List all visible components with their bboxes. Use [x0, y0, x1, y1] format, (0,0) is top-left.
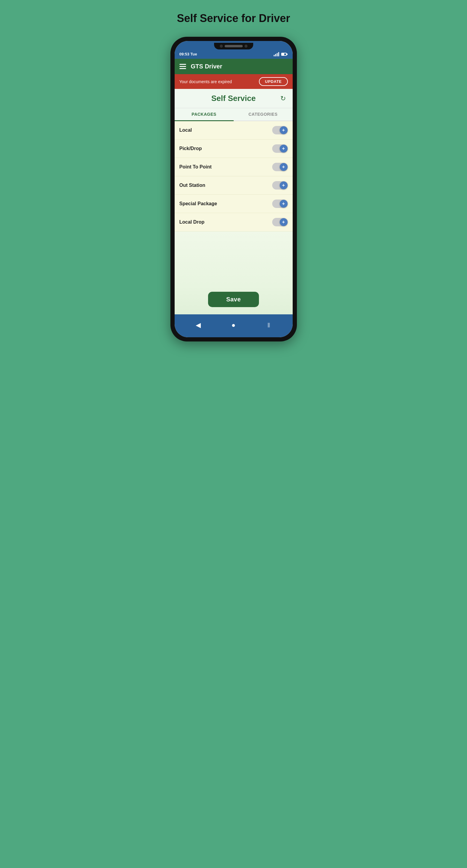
toggle-track-local[interactable]: +: [272, 126, 288, 134]
alert-message: Your documents are expired: [179, 79, 232, 84]
list-item: Point To Point +: [175, 158, 293, 176]
toggle-track-localdrop[interactable]: +: [272, 218, 288, 226]
recents-button[interactable]: ⦀: [263, 319, 275, 331]
toggle-knob-localdrop: +: [280, 218, 288, 226]
hamburger-menu[interactable]: [179, 64, 186, 69]
toggle-ptp[interactable]: +: [272, 163, 288, 171]
back-button[interactable]: ◀: [192, 319, 204, 331]
toggle-track-ptp[interactable]: +: [272, 163, 288, 171]
tab-packages[interactable]: PACKAGES: [175, 108, 234, 121]
notch-row: [175, 41, 293, 50]
package-label-localdrop: Local Drop: [179, 219, 205, 225]
status-icons: [274, 52, 287, 56]
speaker-bar: [225, 45, 243, 47]
toggle-outstation[interactable]: +: [272, 181, 288, 190]
app-header: GTS Driver: [175, 59, 293, 74]
package-label-ptp: Point To Point: [179, 164, 212, 170]
empty-area: [175, 231, 293, 286]
phone-screen: 09:53 Tue GTS Driver: [175, 41, 293, 337]
battery-icon: [281, 53, 287, 56]
alert-banner: Your documents are expired UPDATE: [175, 74, 293, 89]
toggle-knob-local: +: [280, 126, 288, 134]
nav-bar: ◀ ● ⦀: [175, 314, 293, 337]
signal-icon: [274, 52, 279, 56]
package-label-local: Local: [179, 127, 192, 133]
list-item: Out Station +: [175, 176, 293, 195]
list-item: Local Drop +: [175, 213, 293, 231]
sensor-icon: [244, 44, 247, 48]
toggle-local[interactable]: +: [272, 126, 288, 134]
toggle-track-special[interactable]: +: [272, 199, 288, 208]
toggle-track-pickdrop[interactable]: +: [272, 144, 288, 153]
toggle-knob-outstation: +: [280, 181, 288, 189]
notch: [214, 43, 253, 50]
hamburger-line-1: [179, 64, 186, 65]
app-header-title: GTS Driver: [191, 63, 222, 70]
section-header: Self Service ↻: [175, 89, 293, 108]
hamburger-line-3: [179, 68, 186, 69]
toggle-knob-special: +: [280, 200, 288, 208]
toggle-knob-ptp: +: [280, 163, 288, 171]
toggle-special[interactable]: +: [272, 199, 288, 208]
tabs: PACKAGES CATEGORIES: [175, 108, 293, 121]
save-area: Save: [175, 286, 293, 314]
section-title: Self Service: [211, 94, 256, 103]
toggle-pickdrop[interactable]: +: [272, 144, 288, 153]
battery-fill: [282, 53, 284, 55]
save-button[interactable]: Save: [208, 292, 259, 307]
list-item: Local +: [175, 121, 293, 140]
toggle-knob-pickdrop: +: [280, 145, 288, 153]
phone-shell: 09:53 Tue GTS Driver: [170, 37, 297, 341]
list-item: Pick/Drop +: [175, 140, 293, 158]
camera-icon: [220, 44, 223, 48]
package-label-outstation: Out Station: [179, 183, 205, 188]
status-bar: 09:53 Tue: [175, 50, 293, 59]
tab-categories[interactable]: CATEGORIES: [234, 108, 293, 121]
home-button[interactable]: ●: [227, 319, 239, 331]
update-button[interactable]: UPDATE: [259, 77, 288, 86]
status-time: 09:53 Tue: [179, 52, 197, 56]
list-item: Special Package +: [175, 195, 293, 213]
package-label-pickdrop: Pick/Drop: [179, 146, 202, 151]
refresh-icon[interactable]: ↻: [278, 94, 288, 103]
page-title: Self Service for Driver: [177, 12, 290, 25]
package-label-special: Special Package: [179, 201, 217, 207]
hamburger-line-2: [179, 66, 186, 67]
toggle-track-outstation[interactable]: +: [272, 181, 288, 190]
package-list: Local + Pick/Drop + Point To Point: [175, 121, 293, 231]
toggle-localdrop[interactable]: +: [272, 218, 288, 226]
